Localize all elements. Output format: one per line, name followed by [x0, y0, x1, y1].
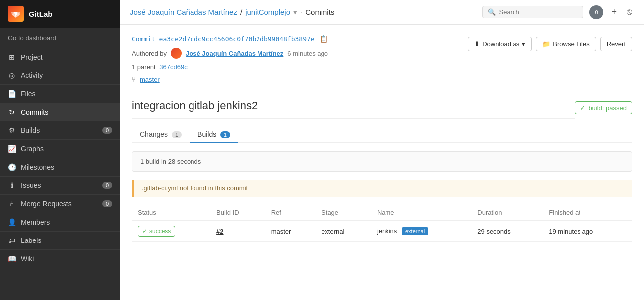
branch-row: ⑂ master — [132, 76, 468, 83]
sidebar: GitLab Go to dashboard ⊞ Project ◎ Activ… — [0, 0, 120, 300]
project-icon: ⊞ — [8, 53, 16, 61]
author-name[interactable]: José Joaquín Cañadas Martínez — [186, 50, 283, 57]
download-as-button[interactable]: ⬇ Download as ▾ — [468, 37, 532, 51]
breadcrumb-separator: / — [240, 8, 242, 16]
sidebar-item-label-project: Project — [21, 53, 112, 61]
page-content: Commit ea3ce2d7cdc9cc45606c0f70b2db99048… — [120, 25, 644, 300]
row-stage: external — [316, 221, 371, 242]
add-button[interactable]: + — [609, 6, 619, 18]
sidebar-item-milestones[interactable]: 🕐 Milestones — [0, 158, 120, 177]
merge-requests-icon: ⑃ — [8, 200, 16, 208]
row-status: ✓ success — [132, 221, 210, 242]
search-input[interactable] — [499, 8, 578, 16]
col-status: Status — [132, 205, 210, 221]
sidebar-item-wiki[interactable]: 📖 Wiki — [0, 250, 120, 268]
topbar-icons: 0 + ⎋ — [589, 5, 634, 19]
commit-meta: Authored by José Joaquín Cañadas Martíne… — [132, 48, 468, 59]
logout-button[interactable]: ⎋ — [625, 6, 634, 18]
tab-builds-count: 1 — [220, 131, 230, 138]
breadcrumb-repo[interactable]: junitComplejo — [245, 8, 290, 16]
tab-changes-label: Changes — [140, 130, 168, 138]
sidebar-item-builds[interactable]: ⚙ Builds 0 — [0, 121, 120, 140]
tab-changes-count: 1 — [172, 131, 182, 138]
main-content: José Joaquín Cañadas Martínez / junitCom… — [120, 0, 644, 300]
tab-builds[interactable]: Builds 1 — [190, 126, 238, 143]
sidebar-item-labels[interactable]: 🏷 Labels — [0, 232, 120, 250]
search-box: 🔍 — [482, 6, 583, 18]
author-avatar — [171, 48, 182, 59]
copy-hash-button[interactable]: 📋 — [319, 35, 329, 43]
warning-box: .gitlab-ci.yml not found in this commit — [132, 180, 632, 197]
external-tag: external — [402, 227, 428, 235]
commit-hash-value: ea3ce2d7cdc9cc45606c0f70b2db99048fb3897e — [159, 35, 315, 43]
activity-icon: ◎ — [8, 71, 16, 79]
sidebar-item-activity[interactable]: ◎ Activity — [0, 66, 120, 85]
sidebar-item-label-files: Files — [21, 90, 112, 98]
sidebar-item-label-builds: Builds — [21, 126, 102, 134]
sidebar-item-label-members: Members — [21, 218, 112, 226]
col-duration: Duration — [471, 205, 543, 221]
members-icon: 👤 — [8, 218, 16, 226]
labels-icon: 🏷 — [8, 237, 16, 244]
gitlab-logo — [8, 6, 24, 22]
commit-info-section: Commit ea3ce2d7cdc9cc45606c0f70b2db99048… — [132, 35, 632, 126]
dropdown-icon: ▾ — [522, 40, 525, 48]
check-icon: ✓ — [580, 104, 586, 112]
search-icon: 🔍 — [488, 8, 496, 16]
sidebar-item-label-graphs: Graphs — [21, 145, 112, 153]
sidebar-item-label-issues: Issues — [21, 181, 102, 189]
commit-label: Commit ea3ce2d7cdc9cc45606c0f70b2db99048… — [132, 35, 315, 43]
sidebar-item-files[interactable]: 📄 Files — [0, 85, 120, 103]
app-title: GitLab — [29, 10, 53, 18]
breadcrumb: José Joaquín Cañadas Martínez / junitCom… — [130, 8, 482, 17]
revert-button[interactable]: Revert — [600, 37, 632, 51]
branch-name[interactable]: master — [140, 76, 160, 83]
commit-word: Commit — [132, 35, 155, 43]
graphs-icon: 📈 — [8, 145, 16, 153]
tab-bar: Changes 1 Builds 1 — [132, 126, 632, 143]
tab-changes[interactable]: Changes 1 — [132, 126, 190, 143]
sidebar-item-project[interactable]: ⊞ Project — [0, 48, 120, 66]
sidebar-item-members[interactable]: 👤 Members — [0, 213, 120, 232]
build-status-container: ✓ build: passed — [575, 91, 632, 114]
browse-files-button[interactable]: 📁 Browse Files — [536, 37, 596, 51]
row-name: jenkins external — [371, 221, 471, 242]
commit-hash-row: Commit ea3ce2d7cdc9cc45606c0f70b2db99048… — [132, 35, 468, 43]
browse-label: Browse Files — [553, 40, 589, 48]
sidebar-item-graphs[interactable]: 📈 Graphs — [0, 140, 120, 158]
authored-by-label: Authored by — [132, 50, 167, 57]
commits-icon: ↻ — [8, 108, 16, 116]
breadcrumb-arrow-icon: ▾ — [293, 8, 297, 17]
col-build-id: Build ID — [210, 205, 265, 221]
build-id-link[interactable]: #2 — [216, 228, 223, 235]
notification-badge[interactable]: 0 — [589, 5, 603, 19]
download-label: Download as — [482, 40, 519, 48]
files-icon: 📄 — [8, 90, 16, 98]
build-status-text: build: passed — [588, 104, 627, 112]
breadcrumb-page: Commits — [305, 8, 334, 16]
sidebar-item-label-milestones: Milestones — [21, 163, 112, 171]
sidebar-item-commits[interactable]: ↻ Commits — [0, 103, 120, 121]
revert-label: Revert — [607, 40, 626, 48]
sidebar-item-issues[interactable]: ℹ Issues 0 — [0, 177, 120, 195]
parent-hash-link[interactable]: 367cd69c — [159, 63, 187, 71]
download-icon: ⬇ — [474, 40, 480, 48]
sidebar-item-merge-requests[interactable]: ⑃ Merge Requests 0 — [0, 195, 120, 213]
builds-icon: ⚙ — [8, 126, 16, 134]
commit-time: 6 minutes ago — [287, 50, 328, 57]
branch-icon: ⑂ — [132, 76, 136, 83]
topbar: José Joaquín Cañadas Martínez / junitCom… — [120, 0, 644, 25]
breadcrumb-owner[interactable]: José Joaquín Cañadas Martínez — [130, 8, 237, 16]
wiki-icon: 📖 — [8, 255, 16, 263]
title-status-row: integracion gitlab jenkins2 ✓ build: pas… — [132, 91, 632, 126]
issues-badge: 0 — [102, 182, 112, 189]
build-status-badge: ✓ build: passed — [575, 101, 632, 114]
row-build-id: #2 — [210, 221, 265, 242]
col-name: Name — [371, 205, 471, 221]
success-text: success — [149, 228, 171, 235]
build-summary: 1 build in 28 seconds — [132, 151, 632, 172]
col-stage: Stage — [316, 205, 371, 221]
go-to-dashboard[interactable]: Go to dashboard — [0, 28, 120, 48]
parent-row: 1 parent 367cd69c — [132, 63, 468, 71]
action-buttons: ⬇ Download as ▾ 📁 Browse Files Revert — [468, 35, 632, 51]
